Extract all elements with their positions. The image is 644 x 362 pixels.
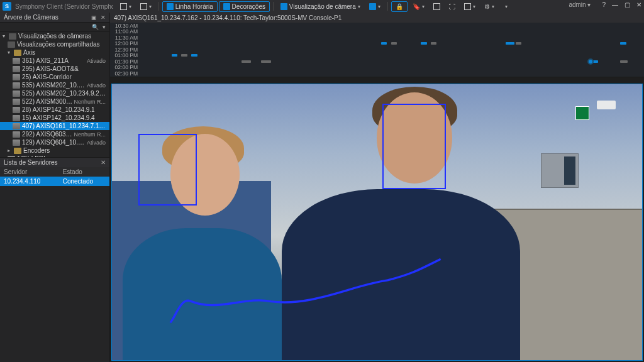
camera-icon (13, 82, 20, 89)
camera-tree-item[interactable]: 535) AXISM202_10.234.9.180Ativado (0, 81, 109, 89)
camera-tree-item[interactable]: 25) AXIS-Corridor (0, 73, 109, 81)
timeline-row[interactable]: 12:00 PM (110, 41, 644, 47)
timeline-segment (620, 60, 628, 63)
export-button[interactable]: ▾ (460, 2, 479, 11)
timeline-segment (620, 42, 626, 45)
camera-view-label: Visualização de câmera (289, 3, 356, 10)
timeline-label: 10:30 AM (110, 23, 142, 29)
camera-icon (13, 131, 20, 138)
bookmark-button[interactable]: 🔖▾ (409, 2, 428, 11)
lock-toggle[interactable]: 🔒 (391, 1, 408, 12)
timeline-row[interactable]: 01:30 PM (110, 58, 644, 65)
camera-icon (13, 66, 20, 72)
panel-close-icon[interactable]: ✕ (101, 14, 106, 21)
timeline-segment (516, 42, 522, 45)
timeline-track[interactable] (142, 48, 640, 52)
state-col-header[interactable]: Estado (59, 167, 109, 177)
timeline-track[interactable] (142, 65, 640, 69)
pin-icon[interactable]: ▣ (91, 14, 97, 21)
camera-tree-item[interactable]: 522) AXISM300_10.234.7.27Nenhum R... (0, 97, 109, 106)
settings-button[interactable]: ⚙▾ (480, 2, 498, 11)
close-button[interactable]: ✕ (636, 1, 641, 8)
timeline-label: 12:30 PM (110, 47, 142, 53)
timeline-toggle[interactable]: Linha Horária (162, 1, 218, 12)
layout-button[interactable]: ▾ (365, 2, 384, 11)
video-viewport-wrap (110, 82, 644, 362)
alerts-button[interactable]: ▾ (136, 2, 155, 11)
carousel-button[interactable] (430, 2, 444, 11)
timeline-row[interactable]: 02:00 PM (110, 65, 644, 71)
camera-tree-item[interactable]: 28) AXISP142_10.234.9.1 (0, 106, 109, 114)
camera-icon (13, 115, 20, 121)
tree-search-row: 🔍 ▾ (0, 23, 109, 32)
server-row[interactable]: 10.234.4.110Conectado (0, 177, 109, 186)
timeline-track[interactable] (142, 53, 640, 57)
timeline-segment (391, 42, 397, 45)
timeline-segment (506, 42, 514, 45)
search-icon[interactable]: 🔍 (92, 24, 99, 30)
minimize-button[interactable]: ― (612, 1, 618, 8)
camera-tree-item[interactable]: 525) AXISM202_10.234.9.209 (0, 89, 109, 97)
camera-icon (13, 140, 20, 146)
filter-icon[interactable]: ▾ (103, 24, 106, 30)
video-header: 407) AXISQ161_10.234.7.162 - 10.234.4.11… (110, 13, 644, 23)
more-button[interactable]: ▾ (499, 3, 511, 11)
arrow-left-icon (120, 3, 127, 10)
camera-tree-item[interactable]: 15) AXISP142_10.234.9.4 (0, 114, 109, 122)
timeline-row[interactable]: 11:30 AM (110, 35, 644, 41)
timeline-segment (242, 60, 252, 63)
help-button[interactable]: ? (602, 1, 606, 8)
tree-encoders[interactable]: ▸Encoders (0, 146, 109, 155)
timeline-track[interactable] (142, 41, 640, 45)
timeline-segment (181, 54, 187, 57)
timeline-label: 11:00 AM (110, 28, 142, 35)
timeline-segment (431, 42, 437, 45)
timeline-track[interactable] (142, 72, 640, 75)
camera-tree-item[interactable]: 407) AXISQ161_10.234.7.162 (0, 122, 109, 130)
carousel-icon (433, 3, 440, 10)
admin-menu[interactable]: admin ▾ (569, 1, 591, 8)
tree-group-axis[interactable]: ▾Axis (0, 48, 109, 57)
server-list-panel: Lista de Servidores✕ ServidorEstado 10.2… (0, 157, 109, 362)
main-area: 407) AXISQ161_10.234.7.162 - 10.234.4.11… (110, 13, 644, 362)
timeline-label: Linha Horária (175, 3, 213, 10)
fullscreen-button[interactable]: ⛶ (445, 2, 459, 11)
timeline-track[interactable] (142, 30, 640, 33)
back-button[interactable]: ▾ (116, 2, 135, 11)
tree-shared[interactable]: Visualizações compartilhadas (0, 40, 109, 48)
video-viewport[interactable] (111, 84, 643, 361)
timeline-playhead[interactable] (587, 58, 594, 65)
main-toolbar: ▾ ▾ Linha Horária Decorações Visualizaçã… (113, 0, 644, 13)
grid-icon (280, 3, 287, 10)
timeline-row[interactable]: 02:30 PM (110, 70, 644, 77)
camera-view-menu[interactable]: Visualização de câmera▾ (277, 2, 364, 11)
timeline-track[interactable] (142, 60, 640, 63)
server-col-header[interactable]: Servidor (0, 167, 59, 177)
timeline[interactable]: 10:30 AM11:00 AM11:30 AM12:00 PM12:30 PM… (110, 23, 644, 77)
camera-tree-item[interactable]: 292) AXISQ603_10.234.10.114...Nenhum R..… (0, 130, 109, 138)
decorations-toggle[interactable]: Decorações (219, 1, 270, 12)
timeline-icon (167, 3, 174, 10)
timeline-row[interactable]: 01:00 PM (110, 53, 644, 59)
server-panel-close-icon[interactable]: ✕ (101, 159, 106, 166)
folder-icon (14, 50, 21, 56)
camera-tree-item[interactable]: 295) AXIS-AOOT&& (0, 65, 109, 73)
camera-icon (13, 90, 20, 97)
timeline-row[interactable]: 10:30 AM (110, 23, 644, 29)
timeline-segment (381, 42, 387, 45)
tree-root[interactable]: ▾Visualizações de câmeras (0, 32, 109, 40)
exit-sign-icon (575, 106, 589, 120)
face-detection-box (138, 134, 197, 206)
camera-tree-item[interactable]: 129) AXISQ604_10.234.7.160Ativado (0, 138, 109, 146)
camera-icon (8, 156, 15, 158)
left-panel: Árvore de Câmeras ▣✕ 🔍 ▾ ▾Visualizações … (0, 13, 110, 362)
camera-tree-item[interactable]: 361) AXIS_211AAtivado (0, 57, 109, 65)
timeline-track[interactable] (142, 24, 640, 28)
timeline-track[interactable] (142, 36, 640, 40)
maximize-button[interactable]: ▢ (625, 1, 630, 8)
layout-icon (369, 3, 376, 10)
timeline-row[interactable]: 11:00 AM (110, 29, 644, 35)
timeline-segment (191, 54, 197, 57)
timeline-row[interactable]: 12:30 PM (110, 47, 644, 53)
shared-icon (8, 41, 15, 48)
